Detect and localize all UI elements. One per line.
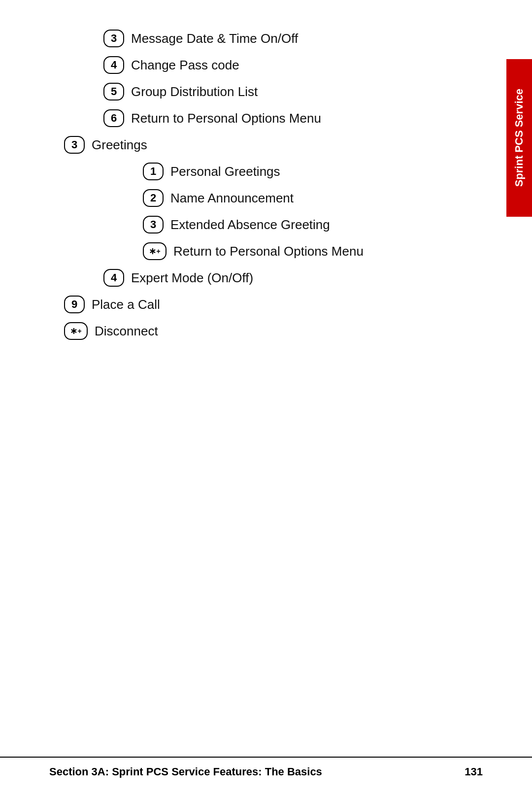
menu-label: Return to Personal Options Menu [131, 111, 321, 126]
key-badge: 5 [103, 83, 124, 100]
list-item: 4Change Pass code [64, 56, 483, 74]
key-badge: 3 [64, 136, 85, 154]
main-content: 3Message Date & Time On/Off4Change Pass … [0, 0, 532, 378]
list-item: 9Place a Call [64, 296, 483, 313]
list-item: ∗+Disconnect [64, 322, 483, 340]
menu-label: Name Announcement [170, 191, 294, 206]
menu-label: Return to Personal Options Menu [173, 244, 364, 259]
key-badge: 3 [143, 216, 164, 233]
list-item: 5Group Distribution List [64, 83, 483, 100]
key-badge: 3 [103, 30, 124, 47]
menu-label: Expert Mode (On/Off) [131, 270, 253, 286]
key-badge: 6 [103, 109, 124, 127]
list-item: 3Greetings [64, 136, 483, 154]
key-badge: 4 [103, 56, 124, 74]
list-item: 1Personal Greetings [64, 163, 483, 180]
menu-label: Extended Absence Greeting [170, 217, 330, 233]
list-item: 4Expert Mode (On/Off) [64, 269, 483, 287]
key-badge: 9 [64, 296, 85, 313]
footer-title: Section 3A: Sprint PCS Service Features:… [49, 765, 322, 778]
list-item: ∗+Return to Personal Options Menu [64, 242, 483, 260]
list-item: 3Message Date & Time On/Off [64, 30, 483, 47]
page-container: Sprint PCS Service 3Message Date & Time … [0, 0, 532, 798]
list-item: 6Return to Personal Options Menu [64, 109, 483, 127]
menu-label: Change Pass code [131, 58, 239, 73]
footer-page: 131 [465, 765, 483, 778]
key-badge: ∗+ [143, 242, 166, 260]
key-badge: 4 [103, 269, 124, 287]
key-badge: 2 [143, 189, 164, 207]
list-item: 3Extended Absence Greeting [64, 216, 483, 233]
footer: Section 3A: Sprint PCS Service Features:… [0, 757, 532, 778]
menu-label: Disconnect [95, 324, 158, 339]
key-badge: 1 [143, 163, 164, 180]
menu-label: Group Distribution List [131, 84, 258, 100]
menu-list: 3Message Date & Time On/Off4Change Pass … [64, 30, 483, 340]
key-badge: ∗+ [64, 322, 88, 340]
list-item: 2Name Announcement [64, 189, 483, 207]
menu-label: Greetings [92, 137, 147, 153]
menu-label: Place a Call [92, 297, 160, 312]
menu-label: Personal Greetings [170, 164, 280, 179]
menu-label: Message Date & Time On/Off [131, 31, 298, 46]
